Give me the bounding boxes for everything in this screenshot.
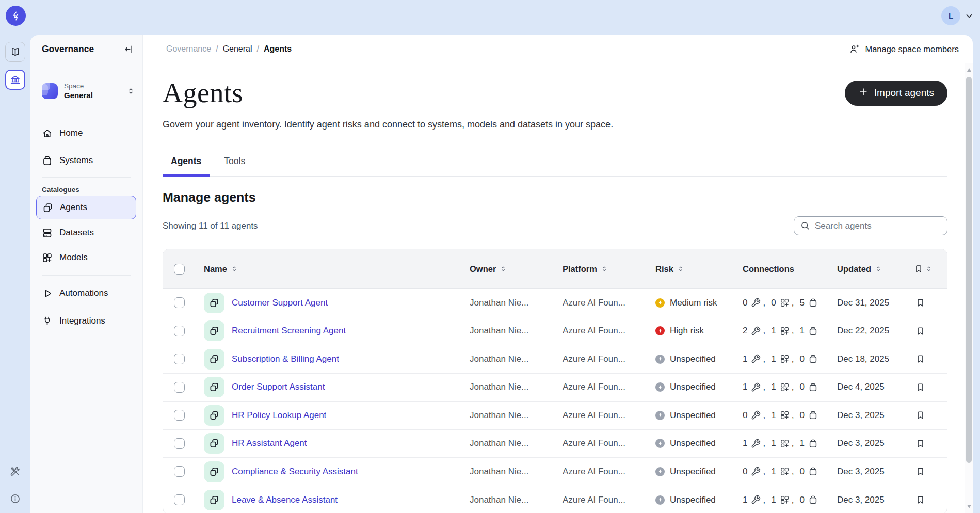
row-checkbox[interactable] — [174, 438, 185, 449]
system-icon — [807, 298, 818, 308]
sidebar-item-systems[interactable]: Systems — [36, 148, 136, 173]
row-menu-button[interactable] — [933, 382, 947, 392]
models-icon — [778, 439, 790, 448]
agent-name-link[interactable]: Recruitment Screening Agent — [232, 326, 346, 336]
risk-cell: Unspecified — [648, 354, 735, 364]
sidebar-item-models[interactable]: Models — [36, 245, 136, 270]
tools-icon — [10, 466, 21, 477]
models-icon — [778, 298, 790, 308]
bookmark-icon[interactable] — [915, 326, 925, 336]
wrench-icon — [749, 326, 761, 336]
updated-cell: Dec 3, 2025 — [829, 467, 908, 477]
bookmark-icon[interactable] — [915, 298, 925, 308]
sidebar-item-home[interactable]: Home — [36, 121, 136, 146]
scroll-down-arrow[interactable] — [967, 505, 971, 508]
bookmark-icon[interactable] — [915, 439, 925, 448]
sidebar-item-automations[interactable]: Automations — [36, 281, 136, 306]
sort-icon[interactable] — [500, 265, 507, 272]
updated-cell: Dec 22, 2025 — [829, 326, 908, 336]
row-checkbox[interactable] — [174, 410, 185, 421]
agent-name-link[interactable]: HR Policy Lookup Agent — [232, 410, 326, 421]
bookmark-icon[interactable] — [915, 382, 925, 392]
row-menu-button[interactable] — [933, 354, 947, 364]
manage-space-members-button[interactable]: Manage space members — [849, 44, 959, 54]
bookmark-icon[interactable] — [915, 410, 925, 420]
breadcrumb-middle[interactable]: General — [223, 44, 252, 54]
bookmark-icon[interactable] — [915, 354, 925, 364]
sidebar-collapse-button[interactable] — [123, 44, 134, 55]
risk-cell: Unspecified — [648, 467, 735, 477]
person-plus-icon — [849, 44, 860, 54]
vertical-scrollbar[interactable] — [965, 63, 973, 513]
user-menu-chevron[interactable] — [964, 11, 974, 21]
row-checkbox[interactable] — [174, 466, 185, 477]
updated-cell: Dec 3, 2025 — [829, 410, 908, 421]
sidebar-item-agents[interactable]: Agents — [36, 196, 136, 219]
select-all-checkbox[interactable] — [174, 264, 185, 275]
owner-cell: Jonathan Nie... — [462, 382, 555, 392]
scroll-up-arrow[interactable] — [967, 68, 971, 72]
owner-cell: Jonathan Nie... — [462, 495, 555, 505]
space-selector[interactable]: Space General — [30, 63, 142, 114]
scrollbar-thumb[interactable] — [966, 77, 972, 463]
tools-rail-button[interactable] — [10, 466, 21, 477]
platform-cell: Azure AI Foun... — [555, 438, 648, 448]
agent-icon — [204, 405, 224, 426]
sort-icon[interactable] — [601, 265, 608, 272]
search-input[interactable] — [794, 216, 947, 235]
tab-bar: Agents Tools — [163, 156, 947, 177]
models-icon — [42, 252, 53, 263]
sidebar-item-integrations[interactable]: Integrations — [36, 309, 136, 333]
bookmark-icon[interactable] — [915, 495, 925, 505]
bookmark-icon[interactable] — [915, 467, 925, 476]
wrench-icon — [749, 298, 761, 308]
catalogues-section-label: Catalogues — [42, 186, 136, 194]
row-checkbox[interactable] — [174, 297, 185, 308]
updated-cell: Dec 18, 2025 — [829, 354, 908, 364]
import-agents-button[interactable]: Import agents — [845, 81, 947, 106]
user-avatar[interactable]: L — [941, 6, 960, 25]
app-logo[interactable] — [6, 6, 26, 26]
connections-cell: 1, 1, 0 — [735, 354, 829, 364]
agent-name-link[interactable]: Order Support Assistant — [232, 382, 325, 392]
risk-bolt-icon — [655, 495, 665, 505]
connections-cell: 1, 1, 0 — [735, 382, 829, 392]
row-menu-button[interactable] — [933, 439, 947, 448]
sort-icon[interactable] — [925, 265, 933, 272]
agent-name-link[interactable]: Subscription & Billing Agent — [232, 354, 339, 364]
agent-name-link[interactable]: HR Assistant Agent — [232, 438, 307, 448]
wrench-icon — [749, 467, 761, 476]
row-checkbox[interactable] — [174, 494, 185, 505]
sort-icon[interactable] — [231, 265, 238, 272]
sort-icon[interactable] — [677, 265, 684, 272]
system-icon — [807, 467, 818, 476]
connections-cell: 0, 0, 5 — [735, 298, 829, 308]
owner-cell: Jonathan Nie... — [462, 298, 555, 308]
table-row: Order Support Assistant Jonathan Nie... … — [163, 374, 947, 402]
info-rail-button[interactable] — [10, 493, 21, 504]
row-menu-button[interactable] — [933, 467, 947, 476]
docs-rail-button[interactable] — [5, 42, 25, 62]
governance-rail-button[interactable] — [5, 70, 25, 90]
main-content: Governance / General / Agents Manage spa… — [143, 35, 973, 513]
agent-name-link[interactable]: Customer Support Agent — [232, 298, 328, 308]
row-menu-button[interactable] — [933, 326, 947, 336]
sidebar-item-datasets[interactable]: Datasets — [36, 220, 136, 245]
tab-agents[interactable]: Agents — [163, 156, 210, 177]
row-checkbox[interactable] — [174, 326, 185, 336]
breadcrumb-root[interactable]: Governance — [166, 44, 211, 54]
sidebar-title: Governance — [42, 44, 94, 55]
tab-tools[interactable]: Tools — [216, 156, 253, 177]
agent-name-link[interactable]: Leave & Absence Assistant — [232, 495, 338, 505]
row-menu-button[interactable] — [933, 410, 947, 420]
row-checkbox[interactable] — [174, 354, 185, 364]
risk-bolt-icon — [655, 439, 665, 448]
agent-name-link[interactable]: Compliance & Security Assistant — [232, 467, 358, 477]
updated-cell: Dec 31, 2025 — [829, 298, 908, 308]
row-menu-button[interactable] — [933, 298, 947, 308]
sort-icon[interactable] — [875, 265, 882, 272]
system-icon — [807, 354, 818, 364]
wrench-icon — [749, 439, 761, 448]
row-checkbox[interactable] — [174, 382, 185, 393]
row-menu-button[interactable] — [933, 495, 947, 505]
